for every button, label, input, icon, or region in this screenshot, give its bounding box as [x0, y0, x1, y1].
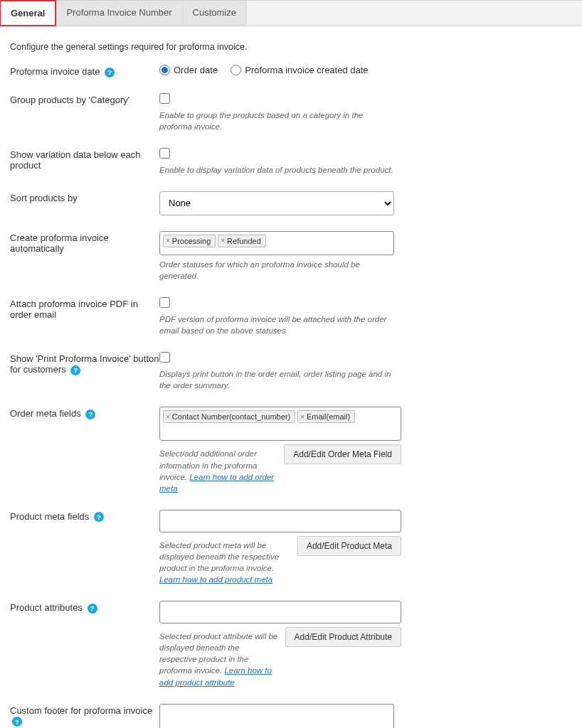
label-group-category: Group products by 'Category' — [10, 93, 159, 105]
desc-product-meta: Selected product meta will be displayed … — [159, 540, 290, 585]
label-variation-data: Show variation data below each product — [10, 148, 159, 171]
tag-processing[interactable]: ×Processing — [163, 235, 216, 247]
label-custom-footer: Custom footer for proforma invoice ? — [10, 704, 159, 727]
desc-group-category: Enable to group the products based on a … — [159, 109, 394, 132]
checkbox-print-button[interactable] — [159, 352, 170, 363]
desc-variation-data: Enable to display variation data of prod… — [159, 164, 394, 176]
label-sort-by: Sort products by — [10, 191, 159, 203]
help-icon[interactable]: ? — [12, 717, 22, 727]
checkbox-group-category[interactable] — [159, 93, 170, 104]
tag-email[interactable]: ×Email(email) — [297, 410, 355, 423]
desc-print-button: Displays print button in the order email… — [159, 368, 394, 391]
help-icon[interactable]: ? — [85, 410, 95, 419]
radio-group-invoice-date: Order date Proforma invoice created date — [159, 65, 394, 75]
label-print-button: Show 'Print Proforma Invoice' button for… — [10, 352, 159, 375]
radio-order-date-input[interactable] — [159, 65, 170, 75]
desc-attach-pdf: PDF version of proforma invoice will be … — [159, 314, 394, 336]
tag-refunded[interactable]: ×Refunded — [218, 235, 266, 247]
link-learn-product-meta[interactable]: Learn how to add product meta — [159, 575, 273, 584]
tab-general[interactable]: General — [0, 0, 56, 26]
label-auto-invoice: Create proforma invoice automatically — [10, 231, 159, 254]
checkbox-attach-pdf[interactable] — [159, 297, 170, 308]
add-edit-order-meta-button[interactable]: Add/Edit Order Meta Field — [284, 444, 401, 464]
radio-created-date[interactable]: Proforma invoice created date — [231, 65, 368, 75]
add-edit-product-attr-button[interactable]: Add/Edit Product Attribute — [285, 627, 401, 647]
label-invoice-date: Proforma invoice date ? — [10, 65, 159, 77]
radio-order-date[interactable]: Order date — [159, 65, 218, 75]
desc-auto-invoice: Order statuses for which an proforma inv… — [159, 259, 394, 282]
label-product-meta: Product meta fields ? — [10, 510, 159, 523]
help-icon[interactable]: ? — [105, 68, 115, 77]
tag-contact-number[interactable]: ×Contact Number(contact_number) — [163, 410, 295, 423]
textarea-custom-footer[interactable] — [159, 704, 394, 728]
desc-product-attr: Selected product attribute will be displ… — [159, 631, 278, 687]
tagbox-order-meta[interactable]: ×Contact Number(contact_number) ×Email(e… — [159, 407, 401, 441]
label-attach-pdf: Attach proforma invoice PDF in order ema… — [10, 297, 159, 320]
help-icon[interactable]: ? — [94, 512, 104, 522]
close-icon[interactable]: × — [221, 237, 225, 245]
label-product-attr: Product attributes ? — [10, 601, 159, 614]
intro-text: Configure the general settings required … — [10, 42, 572, 52]
tab-proforma-number[interactable]: Proforma Invoice Number — [56, 1, 182, 26]
settings-content: Configure the general settings required … — [0, 26, 582, 728]
close-icon[interactable]: × — [166, 237, 170, 245]
checkbox-variation-data[interactable] — [159, 148, 170, 159]
help-icon[interactable]: ? — [88, 604, 97, 614]
tabs-bar: General Proforma Invoice Number Customiz… — [0, 0, 582, 26]
add-edit-product-meta-button[interactable]: Add/Edit Product Meta — [297, 536, 401, 556]
select-sort-by[interactable]: None — [159, 191, 394, 215]
close-icon[interactable]: × — [166, 413, 170, 421]
tagbox-product-attr[interactable] — [159, 601, 401, 623]
tagbox-product-meta[interactable] — [159, 510, 401, 532]
tagbox-auto-invoice[interactable]: ×Processing ×Refunded — [159, 231, 394, 255]
radio-created-date-input[interactable] — [231, 65, 241, 75]
label-order-meta: Order meta fields ? — [10, 407, 159, 419]
close-icon[interactable]: × — [300, 413, 305, 421]
tab-customize[interactable]: Customize — [183, 1, 247, 26]
help-icon[interactable]: ? — [70, 365, 80, 375]
desc-order-meta: Select/add additional order information … — [159, 448, 277, 493]
